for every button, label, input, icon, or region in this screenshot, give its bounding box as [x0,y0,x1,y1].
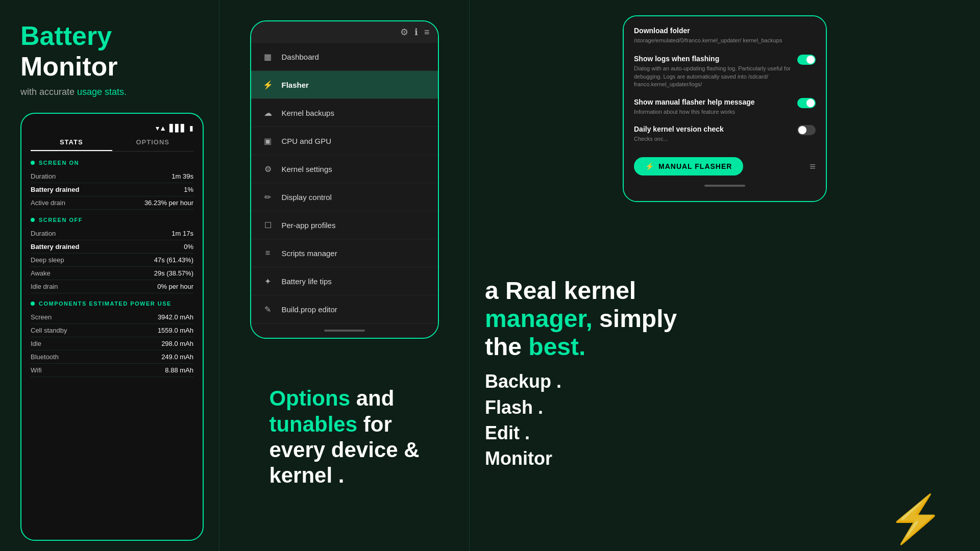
stat-idle-drain: Idle drain 0% per hour [31,280,193,293]
phone-frame-left: ▾▲ ▋▋▋ ▮ STATS OPTIONS SCREEN ON Duratio… [20,113,204,541]
menu-item-dashboard[interactable]: ▦ Dashboard [251,43,438,71]
lightning-icon: ⚡ [645,162,654,170]
stat-idle: Idle 298.0 mAh [31,337,193,350]
menu-item-display-control[interactable]: ✏ Display control [251,183,438,211]
battery-life-icon: ✦ [261,274,275,288]
stat-deep-sleep: Deep sleep 47s (61.43%) [31,254,193,267]
stat-screen: Screen 3942.0 mAh [31,311,193,324]
profiles-icon: ☐ [261,218,275,232]
phone-frame-right: Download folder /storage/emulated/0/fran… [623,15,827,202]
tab-options[interactable]: OPTIONS [112,138,194,151]
menu-item-flasher[interactable]: ⚡ Flasher [251,71,438,99]
dot-components [31,302,35,306]
show-manual-setting: Show manual flasher help message Informa… [634,98,816,116]
phone-top-bar: ⚙ ℹ ≡ [251,21,438,43]
options-tagline: Options and tunables for every device & … [269,386,419,489]
stat-bluetooth: Bluetooth 249.0 mAh [31,350,193,364]
show-manual-toggle[interactable] [797,98,816,108]
stats-tabs: STATS OPTIONS [31,138,193,152]
screen-on-header: SCREEN ON [31,160,193,166]
daily-check-setting: Daily kernel version check Checks onc... [634,125,816,143]
menu-icon[interactable]: ≡ [424,27,430,38]
dot-on [31,161,35,165]
scripts-icon: ≡ [261,246,275,260]
kernel-tagline: a Real kernel manager, simply the best. [485,277,965,361]
phone-frame-mid: ⚙ ℹ ≡ ▦ Dashboard ⚡ Flasher ☁ Kernel bac… [250,20,439,339]
app-title: Battery Monitor [20,20,204,82]
kernel-settings-icon: ⚙ [261,162,275,176]
settings-content: Download folder /storage/emulated/0/fran… [624,16,826,201]
mid-tagline: Options and tunables for every device & … [249,339,439,536]
info-icon[interactable]: ℹ [414,27,418,38]
bottom-divider [634,181,816,191]
home-bar [251,323,438,338]
mid-panel: ⚙ ℹ ≡ ▦ Dashboard ⚡ Flasher ☁ Kernel bac… [219,0,470,551]
cpu-icon: ▣ [261,134,275,147]
home-indicator [324,330,365,332]
navigation-menu: ▦ Dashboard ⚡ Flasher ☁ Kernel backups ▣… [251,43,438,323]
screen-off-header: SCREEN OFF [31,217,193,223]
stat-battery-drained-off: Battery drained 0% [31,240,193,254]
stat-wifi: Wifi 8.88 mAh [31,364,193,377]
stat-active-drain: Active drain 36.23% per hour [31,196,193,210]
menu-item-cpu-gpu[interactable]: ▣ CPU and GPU [251,127,438,155]
stat-battery-drained-on: Battery drained 1% [31,183,193,196]
kernel-backups-icon: ☁ [261,106,275,119]
menu-item-kernel-settings[interactable]: ⚙ Kernel settings [251,155,438,183]
lightning-bolt-decoration: ⚡ [887,492,944,546]
components-header: COMPONENTS ESTIMATED POWER USE [31,300,193,307]
title-battery: Battery [20,21,112,51]
right-panel: Download folder /storage/emulated/0/fran… [470,0,980,551]
manual-flasher-button[interactable]: ⚡ MANUAL FLASHER [634,157,743,176]
app-subtitle: with accurate usage stats. [20,87,204,97]
battery-icon: ▮ [189,124,193,132]
title-monitor: Monitor [20,52,118,81]
signal-icon: ▋▋▋ [169,124,186,132]
stat-duration-off: Duration 1m 17s [31,227,193,240]
tab-stats[interactable]: STATS [31,138,112,151]
menu-item-scripts-manager[interactable]: ≡ Scripts manager [251,239,438,267]
menu-item-battery-life[interactable]: ✦ Battery life tips [251,267,438,295]
build-prop-icon: ✎ [261,303,275,316]
left-panel: Battery Monitor with accurate usage stat… [0,0,219,551]
stat-cell-standby: Cell standby 1559.0 mAh [31,324,193,337]
overflow-menu-icon[interactable]: ≡ [810,161,816,172]
home-indicator-right [704,185,745,187]
flasher-icon: ⚡ [261,78,275,91]
right-tagline: a Real kernel manager, simply the best. … [485,212,965,536]
show-logs-setting: Show logs when flashing Dialog with an a… [634,55,816,88]
dot-off [31,218,35,222]
menu-item-build-prop[interactable]: ✎ Build.prop editor [251,295,438,323]
menu-item-per-app-profiles[interactable]: ☐ Per-app profiles [251,211,438,239]
stat-duration-on: Duration 1m 39s [31,170,193,183]
features-list: Backup . Flash . Edit . Monitor [485,369,965,472]
daily-check-toggle[interactable] [797,125,816,135]
menu-item-kernel-backups[interactable]: ☁ Kernel backups [251,99,438,127]
wifi-icon: ▾▲ [156,124,166,132]
display-icon: ✏ [261,190,275,204]
download-folder-setting: Download folder /storage/emulated/0/fran… [634,27,816,44]
settings-icon[interactable]: ⚙ [400,27,408,38]
dashboard-icon: ▦ [261,50,275,63]
stat-awake: Awake 29s (38.57%) [31,267,193,280]
status-bar: ▾▲ ▋▋▋ ▮ [31,124,193,132]
show-logs-toggle[interactable] [797,55,816,65]
